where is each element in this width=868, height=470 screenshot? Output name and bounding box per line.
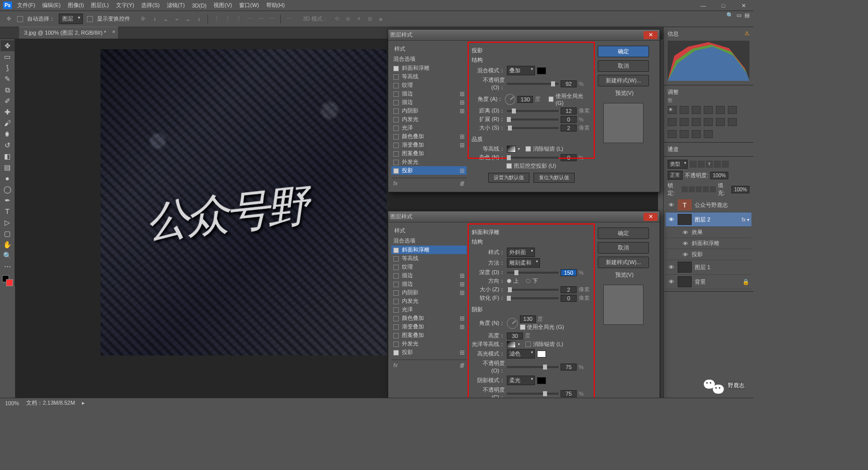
filter-icon[interactable] [690,161,697,168]
adj-icon[interactable] [692,106,701,114]
adj-icon[interactable]: ☀ [668,106,677,114]
blur-tool[interactable]: ● [1,173,15,184]
cancel-button[interactable]: 取消 [598,242,649,254]
style-checkbox[interactable] [393,256,399,262]
spread-slider[interactable] [507,119,559,121]
visibility-icon[interactable]: 👁 [682,229,689,236]
lock-icon[interactable] [682,186,688,192]
angle-dial[interactable] [507,318,518,329]
global-light-checkbox[interactable] [549,96,554,102]
filter-icon[interactable]: T [706,161,713,168]
reset-default-button[interactable]: 复位为默认值 [533,173,575,183]
style-checkbox[interactable] [393,248,399,253]
arrange-icon[interactable]: ▭ [736,12,741,19]
styles-header[interactable]: 样式 [391,44,467,54]
soften-slider[interactable] [507,297,559,299]
style-checkbox[interactable] [393,151,399,157]
fill-value[interactable]: 100% [731,186,749,193]
crop-tool[interactable]: ⧉ [1,84,15,95]
style-row[interactable]: 斜面和浮雕 [391,64,467,72]
style-checkbox[interactable] [393,100,399,105]
menu-image[interactable]: 图像(I) [68,2,84,9]
canvas[interactable]: 公众号野 [100,49,387,356]
lock-icon[interactable] [696,186,702,192]
style-checkbox[interactable] [393,324,399,330]
style-checkbox[interactable] [393,143,399,148]
size-slider[interactable] [507,127,559,129]
style-row[interactable]: 渐变叠加⊞ [391,322,467,331]
zoom-level[interactable]: 100% [5,400,19,406]
blend-options[interactable]: 混合选项 [391,236,467,246]
visibility-icon[interactable]: 👁 [668,202,675,208]
align-icon[interactable]: ⊪ [139,15,148,24]
new-style-button[interactable]: 新建样式(W)... [598,75,649,86]
style-checkbox[interactable] [393,126,399,131]
align-icon[interactable]: ⫠ [161,15,170,24]
document-size[interactable]: 文档：2.13M/8.52M [26,399,75,407]
layer-row[interactable]: 👁投影 [666,249,751,260]
stamp-tool[interactable]: ⧯ [1,129,15,140]
adj-icon[interactable] [728,118,737,126]
shadow-opacity-value[interactable]: 75 [561,390,577,397]
adj-icon[interactable] [680,118,689,126]
adj-icon[interactable] [680,130,689,138]
style-row[interactable]: 渐变叠加⊞ [391,141,467,149]
layer-row[interactable]: 👁图层 1 [666,260,751,275]
history-brush-tool[interactable]: ↺ [1,140,15,151]
menu-edit[interactable]: 编辑(E) [42,2,61,9]
style-checkbox[interactable] [393,134,399,140]
plus-icon[interactable]: ⊞ [460,281,465,288]
style-row[interactable]: 等高线 [391,254,467,263]
style-checkbox[interactable] [393,273,399,279]
soften-value[interactable]: 0 [561,295,577,302]
dist-icon[interactable]: ⋮ [223,15,232,24]
ok-button[interactable]: 确定 [598,227,649,239]
gloss-contour-picker[interactable] [507,341,516,348]
style-checkbox[interactable] [393,91,399,97]
trash-icon[interactable]: 🗑 [459,362,465,368]
style-row[interactable]: 颜色叠加⊞ [391,132,467,141]
style-row[interactable]: 纹理 [391,81,467,89]
plus-icon[interactable]: ⊞ [460,323,465,330]
dialog-titlebar[interactable]: 图层样式 ✕ [388,30,660,41]
blend-options[interactable]: 混合选项 [391,54,467,64]
plus-icon[interactable]: ⊞ [460,272,465,279]
style-row[interactable]: 图案叠加 [391,149,467,158]
angle-dial[interactable] [505,94,515,105]
search-icon[interactable]: 🔍 [726,12,733,19]
style-row[interactable]: 内阴影⊞ [391,288,467,297]
style-row[interactable]: 描边⊞ [391,271,467,280]
style-row[interactable]: 外发光 [391,339,467,348]
highlight-color[interactable] [537,350,546,358]
plus-icon[interactable]: ⊞ [460,99,465,106]
healing-tool[interactable]: ✚ [1,106,15,118]
visibility-icon[interactable]: 👁 [668,216,675,222]
style-checkbox[interactable] [393,350,399,356]
contour-picker[interactable] [507,146,516,153]
chevron-right-icon[interactable]: ▸ [82,400,85,406]
document-tab[interactable]: 3.jpg @ 100% (图层 2, RGB/8#) * × [19,27,118,39]
style-checkbox[interactable] [393,282,399,287]
distance-slider[interactable] [507,110,559,112]
adj-icon[interactable] [668,130,677,138]
filter-icon[interactable] [722,161,729,168]
menu-file[interactable]: 文件(F) [17,2,35,9]
noise-value[interactable]: 0 [561,154,577,161]
menu-type[interactable]: 文字(Y) [116,2,135,9]
style-checkbox[interactable] [393,307,399,313]
more-icon[interactable]: ⋯ [285,15,294,24]
workspace-icon[interactable]: ▤ [744,12,749,19]
style-row[interactable]: 外发光 [391,158,467,166]
style-row[interactable]: 等高线 [391,72,467,81]
style-row[interactable]: 描边⊞ [391,98,467,106]
style-row[interactable]: 投影⊞ [391,348,467,357]
style-dropdown[interactable]: 外斜面 [507,248,535,257]
menu-select[interactable]: 选择(S) [141,2,160,9]
eraser-tool[interactable]: ◧ [1,151,15,162]
cancel-button[interactable]: 取消 [598,60,649,72]
highlight-opacity-value[interactable]: 75 [561,364,577,371]
auto-select-dropdown[interactable]: 图层 [59,14,83,24]
style-row[interactable]: 光泽 [391,124,467,132]
size-slider[interactable] [507,289,559,291]
shadow-color[interactable] [537,377,546,384]
